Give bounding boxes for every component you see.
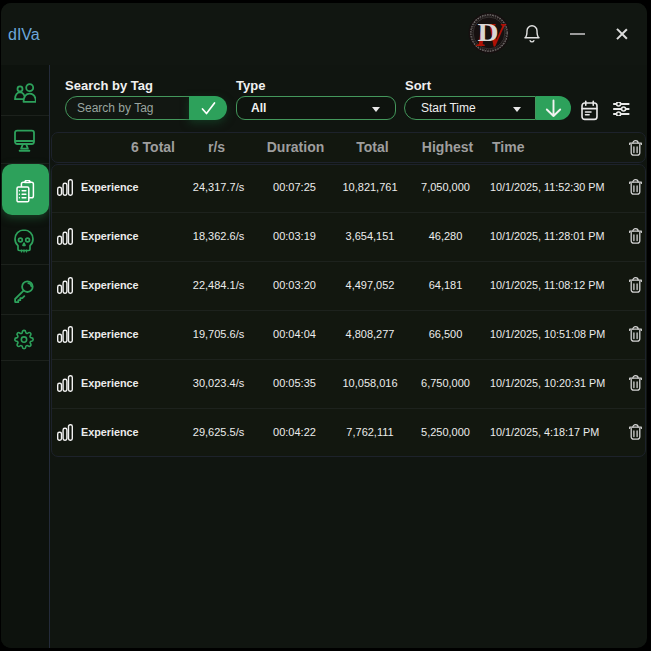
svg-text:D: D (477, 18, 498, 47)
